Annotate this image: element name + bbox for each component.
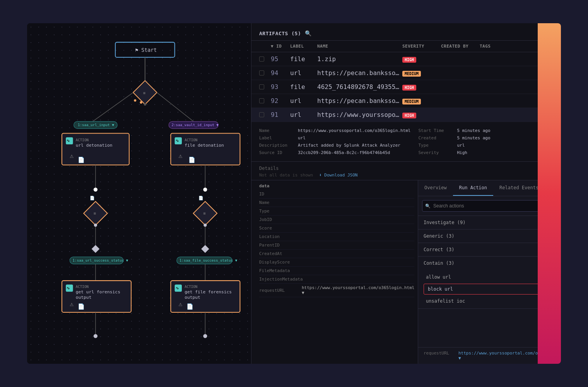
data-field-label: Name	[259, 200, 302, 205]
row-checkbox[interactable]	[259, 84, 264, 89]
data-field-label: InjectionMetadata	[259, 277, 303, 282]
details-subtitle: Not all data is shown	[259, 173, 313, 178]
download-json-link[interactable]: ⬇ Download JSON	[319, 173, 357, 178]
data-fields: data ID Name Type JobID Score Location P…	[251, 180, 418, 364]
row-checkbox[interactable]	[259, 70, 264, 75]
table-row[interactable]: 92 url https://pecan.banksso.com/1.zip M…	[251, 94, 561, 108]
col-checkbox	[259, 44, 271, 49]
tab-related-events[interactable]: Related Events	[493, 180, 545, 196]
severity-badge: HIGH	[402, 57, 416, 63]
data-field-row: Name	[259, 199, 414, 207]
main-container: ⚑ Start ≡ 1:saa_url_input ▼ 2:saa_vault_…	[27, 23, 561, 364]
data-field-label: Type	[259, 209, 302, 214]
data-field-label: JobID	[259, 217, 302, 222]
data-field-row: ID	[259, 190, 414, 199]
data-field-label: Location	[259, 234, 302, 239]
svg-text:⚠: ⚠	[70, 300, 74, 308]
svg-text:≡: ≡	[143, 91, 145, 95]
artifacts-header: ARTIFACTS (5) 🔍	[251, 23, 561, 41]
data-field-row: ParentID	[259, 241, 414, 250]
name-value: https://www.yourssoportal.com/o365login.…	[298, 128, 410, 133]
svg-text:⚠: ⚠	[179, 152, 183, 159]
svg-text:📄: 📄	[188, 156, 195, 163]
svg-text:get url forensics: get url forensics	[76, 289, 120, 295]
source-id-label: Source ID	[259, 150, 294, 155]
svg-text:∿: ∿	[67, 139, 70, 143]
svg-point-7	[144, 103, 146, 106]
data-field-row: FileMetadata	[259, 267, 414, 275]
cell-id: 93	[271, 83, 290, 91]
row-checkbox[interactable]	[259, 57, 264, 62]
col-name: NAME	[317, 44, 402, 49]
data-field-row: Location	[259, 233, 414, 241]
col-severity: SEVERITY	[402, 44, 441, 49]
tab-run-action[interactable]: Run Action	[453, 180, 493, 196]
data-field-row: requestURL https://www.yourssoportal.com…	[259, 284, 414, 297]
cell-name: https://pecan.banksso.com/log...	[317, 69, 402, 77]
svg-text:📄: 📄	[186, 303, 193, 310]
svg-point-39	[203, 224, 207, 227]
details-title: Details	[259, 166, 553, 171]
cell-name: 4625_7614892678_49355_payl...	[317, 83, 402, 91]
created-value: 5 minutes ago	[457, 135, 490, 140]
cell-severity: HIGH	[402, 111, 441, 118]
cell-label: url	[290, 111, 317, 118]
type-value: url	[457, 143, 465, 148]
detail-panel: Name https://www.yourssoportal.com/o365l…	[251, 122, 561, 162]
svg-line-9	[157, 92, 195, 122]
row-checkbox[interactable]	[259, 98, 264, 103]
cell-id: 94	[271, 69, 290, 77]
svg-text:ACTION: ACTION	[185, 138, 197, 142]
table-body: 95 file 1.zip HIGH 94 url https://pecan.…	[251, 52, 561, 122]
tab-overview[interactable]: Overview	[418, 180, 453, 196]
svg-text:url detonation: url detonation	[76, 143, 113, 148]
svg-point-5	[134, 99, 136, 101]
row-checkbox[interactable]	[259, 112, 264, 117]
cell-label: file	[290, 83, 317, 91]
svg-text:⚑ Start: ⚑ Start	[135, 47, 157, 53]
artifacts-title: ARTIFACTS (5)	[259, 31, 301, 36]
table-row[interactable]: 93 file 4625_7614892678_49355_payl... HI…	[251, 80, 561, 94]
data-field-row: CreatedAt	[259, 250, 414, 258]
details-section: Details Not all data is shown ⬇ Download…	[251, 162, 561, 180]
description-label: Description	[259, 143, 294, 148]
svg-text:ACTION: ACTION	[185, 284, 197, 289]
svg-text:1:saa_url_input ▼: 1:saa_url_input ▼	[78, 123, 115, 127]
cell-id: 95	[271, 55, 290, 63]
svg-marker-42	[92, 245, 99, 253]
search-wrapper	[422, 200, 557, 212]
severity-badge: HIGH	[402, 85, 416, 91]
svg-text:⚠: ⚠	[70, 152, 74, 159]
svg-point-30	[94, 188, 97, 192]
cell-label: url	[290, 69, 317, 77]
data-field-label: DisplayScore	[259, 260, 302, 265]
data-field-label: CreatedAt	[259, 251, 302, 256]
svg-text:1:saa_file_success_status ▼: 1:saa_file_success_status ▼	[179, 258, 238, 262]
data-section-title: data	[259, 180, 414, 190]
svg-text:1:saa_url_success_status ▼: 1:saa_url_success_status ▼	[73, 258, 128, 262]
svg-text:∿: ∿	[67, 286, 70, 290]
table-row[interactable]: 94 url https://pecan.banksso.com/log... …	[251, 66, 561, 80]
svg-text:ACTION: ACTION	[76, 138, 89, 142]
cell-label: url	[290, 97, 317, 104]
description-value: Artifact added by Splunk Attack Analyzer	[298, 143, 400, 148]
data-field-row: Score	[259, 224, 414, 233]
svg-text:≡: ≡	[203, 211, 205, 216]
svg-text:📄: 📄	[90, 195, 95, 200]
cell-severity: HIGH	[402, 83, 441, 91]
search-actions-input[interactable]	[422, 200, 557, 212]
data-field-row: DisplayScore	[259, 258, 414, 267]
table-row[interactable]: 95 file 1.zip HIGH	[251, 52, 561, 66]
svg-text:get file forensics: get file forensics	[185, 289, 232, 295]
gradient-sidebar	[538, 23, 561, 364]
source-id-value: 32ccb209-206b-485a-8c2c-f96b4746b45d	[298, 150, 390, 155]
severity-label: Severity	[418, 150, 453, 155]
svg-point-6	[140, 101, 142, 104]
data-field-label: requestURL	[259, 288, 302, 293]
action-block-url[interactable]: block url	[424, 284, 556, 295]
created-label: Created	[418, 135, 453, 140]
table-row[interactable]: 91 url https://www.yourssoportal.com... …	[251, 108, 561, 122]
cell-name: https://www.yourssoportal.com...	[317, 111, 402, 118]
data-field-value: https://www.yourssoportal.com/o365login.…	[302, 285, 414, 295]
search-icon[interactable]: 🔍	[305, 30, 311, 36]
